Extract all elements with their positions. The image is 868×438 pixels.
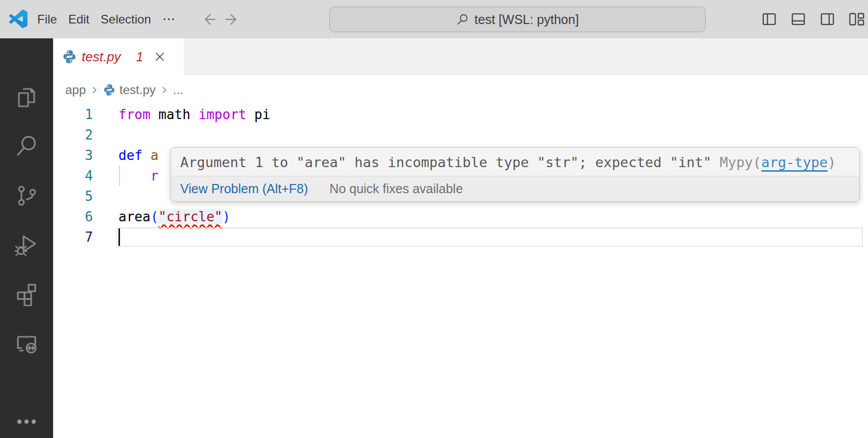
code-token: [142, 148, 151, 163]
python-file-icon: [62, 50, 77, 64]
vscode-logo-icon: [9, 10, 28, 28]
problem-message: Argument 1 to "area" has incompatible ty…: [180, 154, 711, 170]
line-content: area("circle"): [118, 206, 230, 227]
menu-file[interactable]: File: [32, 9, 63, 30]
code-token: a: [151, 148, 159, 163]
line-number: 6: [53, 206, 118, 227]
activity-bar: [0, 38, 53, 438]
line-number: 4: [53, 166, 118, 186]
history-navigation: [200, 0, 241, 38]
problem-actions-row: View Problem (Alt+F8) No quick fixes ava…: [171, 176, 859, 201]
chevron-right-icon: ›: [92, 81, 97, 97]
python-file-icon: [103, 84, 115, 96]
tab-error-badge: 1: [136, 50, 143, 64]
run-and-debug-icon[interactable]: [14, 233, 39, 257]
chevron-right-icon: ›: [162, 81, 167, 97]
code-token: ): [223, 209, 231, 224]
command-center-label: test [WSL: python]: [474, 12, 578, 27]
line-number: 3: [53, 145, 118, 166]
line-number: 2: [53, 125, 118, 145]
code-token: [118, 168, 151, 183]
breadcrumb-item-app[interactable]: app: [65, 83, 86, 97]
code-line[interactable]: 6area("circle"): [53, 206, 868, 227]
vscode-window: File Edit Selection ⋯ test [WSL: python]: [0, 0, 868, 438]
toggle-primary-sidebar-icon[interactable]: [761, 11, 778, 28]
line-number: 7: [53, 227, 118, 247]
menu-more-icon[interactable]: ⋯: [157, 8, 182, 30]
close-tab-icon[interactable]: [154, 51, 166, 63]
customize-layout-icon[interactable]: [848, 11, 865, 28]
problem-source-prefix: Mypy(: [711, 154, 761, 170]
problem-hover-widget: Argument 1 to "area" has incompatible ty…: [171, 147, 860, 202]
search-icon: [456, 13, 469, 26]
line-content: def a: [118, 145, 158, 166]
view-problem-link[interactable]: View Problem (Alt+F8): [180, 181, 308, 196]
go-back-icon[interactable]: [200, 11, 218, 28]
code-token: pi: [246, 107, 270, 122]
toggle-panel-icon[interactable]: [790, 11, 807, 28]
text-cursor: [118, 228, 120, 246]
explorer-icon[interactable]: [14, 85, 39, 110]
toggle-secondary-sidebar-icon[interactable]: [819, 11, 836, 28]
line-content: r: [118, 166, 158, 186]
remote-explorer-icon[interactable]: [14, 331, 39, 356]
problem-message-row: Argument 1 to "area" has incompatible ty…: [171, 148, 859, 176]
code-token: from: [118, 107, 151, 122]
more-actions-icon[interactable]: [14, 409, 39, 434]
tab-test-py[interactable]: test.py 1: [53, 38, 184, 75]
current-line-highlight: [116, 227, 863, 247]
line-content: from math import pi: [118, 104, 270, 125]
menu-selection[interactable]: Selection: [95, 9, 157, 30]
go-forward-icon[interactable]: [224, 11, 241, 28]
layout-controls: [761, 0, 868, 38]
code-token: def: [118, 148, 142, 163]
menu-edit[interactable]: Edit: [63, 9, 95, 30]
tab-label: test.py: [82, 49, 121, 65]
problem-source-suffix: ): [828, 154, 836, 170]
line-number: 1: [53, 104, 118, 125]
breadcrumb: app › test.py › ...: [53, 75, 868, 104]
code-line[interactable]: 2: [53, 125, 868, 145]
code-token: r: [151, 168, 159, 183]
command-center-search[interactable]: test [WSL: python]: [329, 7, 706, 32]
extensions-icon[interactable]: [14, 282, 39, 306]
no-quick-fixes-label: No quick fixes available: [329, 181, 463, 196]
code-token: import: [199, 107, 247, 122]
title-bar: File Edit Selection ⋯ test [WSL: python]: [0, 0, 868, 38]
code-token: math: [151, 107, 199, 122]
editor-area: app › test.py › ... 1from math import pi…: [53, 75, 868, 438]
code-token: "circle": [158, 209, 222, 224]
code-line[interactable]: 1from math import pi: [53, 104, 868, 125]
editor-tab-strip: test.py 1: [53, 38, 868, 75]
menu-bar: File Edit Selection ⋯: [32, 0, 182, 38]
line-number: 5: [53, 186, 118, 206]
breadcrumb-item-file[interactable]: test.py: [119, 83, 156, 97]
code-token: (: [151, 209, 159, 224]
problem-code-link[interactable]: arg-type: [761, 154, 828, 170]
source-control-icon[interactable]: [14, 183, 39, 208]
search-sidebar-icon[interactable]: [14, 134, 39, 158]
code-token: area: [118, 209, 151, 224]
breadcrumb-item-symbol[interactable]: ...: [173, 83, 183, 97]
code-line[interactable]: 7: [53, 227, 868, 247]
